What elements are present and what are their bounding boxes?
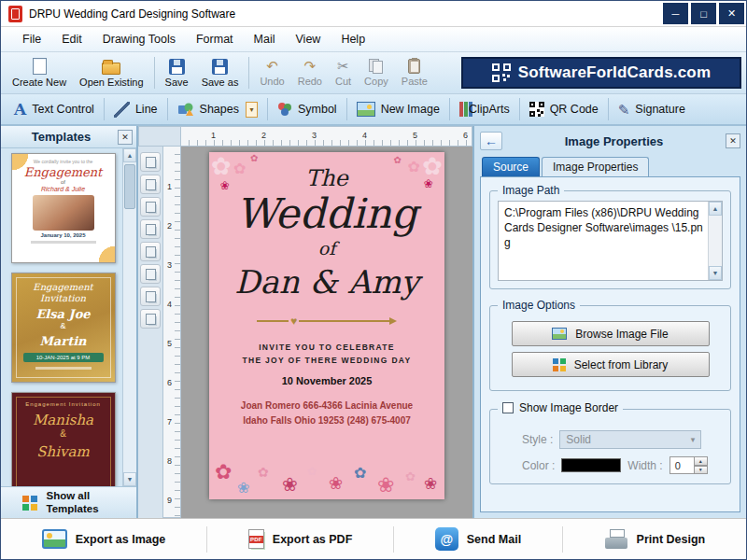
tab-image-properties[interactable]: Image Properties — [542, 157, 649, 176]
signature-button[interactable]: ✎ Signature — [611, 99, 693, 120]
undo-button[interactable]: ↶ Undo — [253, 57, 290, 89]
export-as-image-button[interactable]: Export as Image — [35, 524, 174, 554]
card-text-names[interactable]: Dan & Amy — [209, 266, 444, 298]
pdf-icon: PDF — [248, 529, 264, 549]
undo-icon: ↶ — [266, 59, 278, 74]
redo-button[interactable]: ↷ Redo — [291, 57, 329, 89]
create-new-button[interactable]: Create New — [6, 56, 73, 90]
scroll-up-button[interactable]: ▲ — [123, 148, 136, 162]
scroll-down-button[interactable]: ▼ — [123, 472, 136, 486]
card-text-wedding[interactable]: Wedding — [209, 193, 444, 234]
menu-file[interactable]: File — [12, 29, 51, 49]
brand-banner[interactable]: SoftwareForIdCards.com — [461, 57, 741, 89]
titlebar: DRPU Wedding Card Designing Software ─ □… — [1, 1, 746, 27]
menu-edit[interactable]: Edit — [51, 29, 92, 49]
canvas-tool-button-8[interactable] — [140, 309, 161, 329]
stepper-down-button[interactable]: ▼ — [695, 466, 708, 475]
show-image-border-label: Show Image Border — [519, 401, 618, 414]
scroll-track[interactable] — [709, 216, 722, 266]
undo-label: Undo — [260, 76, 284, 87]
tab-source[interactable]: Source — [482, 157, 540, 176]
card-invite-line2[interactable]: THE JOY OF THERE WEDDING DAY — [209, 356, 444, 365]
canvas-tool-button-7[interactable] — [140, 287, 161, 306]
properties-tabs: Source Image Properties — [480, 157, 740, 176]
templates-close-button[interactable]: ✕ — [118, 130, 133, 145]
shapes-label: Shapes — [200, 103, 239, 116]
scroll-up-button[interactable]: ▲ — [709, 202, 722, 216]
design-workspace[interactable]: ✿ ✿ ❀ ✿ ✿ ✿ ❀ ✿ The Wedding of Dan & Amy — [181, 147, 472, 518]
card-address-line2: Idaho Falls Ohio 19253 (248) 675-4007 — [209, 413, 444, 428]
border-width-value[interactable]: 0 — [669, 456, 695, 474]
cliparts-button[interactable]: ClipArts — [452, 98, 517, 120]
border-color-swatch[interactable] — [561, 458, 621, 472]
template-thumbnail-2[interactable]: Engagement Invitation Elsa Joe & Martin … — [11, 273, 116, 383]
ruler-number: 4 — [167, 300, 172, 309]
symbol-button[interactable]: Symbol — [270, 98, 345, 120]
line-button[interactable]: Line — [106, 98, 165, 121]
select-from-library-button[interactable]: Select from Library — [512, 352, 710, 377]
arrow-line — [299, 320, 389, 322]
export-as-pdf-button[interactable]: PDF Export as PDF — [241, 524, 359, 554]
border-style-dropdown[interactable]: Solid ▾ — [559, 430, 701, 449]
scroll-thumb[interactable] — [124, 164, 135, 209]
canvas-tool-button-3[interactable] — [140, 197, 161, 217]
card-date[interactable]: 10 November 2025 — [209, 375, 444, 386]
text-icon: A — [14, 102, 26, 118]
send-mail-button[interactable]: @ Send Mail — [428, 522, 529, 556]
text-control-label: Text Control — [32, 103, 94, 116]
copy-button[interactable]: Copy — [358, 57, 395, 89]
template-thumbnail-1[interactable]: We cordially invite you to the Engagemen… — [11, 153, 116, 263]
canvas-tool-button-5[interactable] — [140, 242, 161, 261]
canvas-tool-button-6[interactable] — [140, 264, 161, 284]
cliparts-label: ClipArts — [469, 103, 510, 116]
card-address[interactable]: Joan Romero 666-4366 Lacinia Avenue Idah… — [209, 399, 444, 428]
paste-button[interactable]: Paste — [395, 57, 434, 89]
minimize-button[interactable]: ─ — [663, 3, 688, 24]
canvas-tool-strip — [138, 147, 162, 518]
line-icon — [114, 102, 130, 118]
cut-button[interactable]: ✂ Cut — [329, 57, 358, 89]
qr-code-label: QR Code — [550, 103, 599, 116]
save-button[interactable]: Save — [159, 57, 195, 90]
border-width-stepper[interactable]: 0 ▲ ▼ — [669, 456, 708, 474]
gold-arrow-divider[interactable]: ♥ — [257, 315, 397, 328]
menu-drawing-tools[interactable]: Drawing Tools — [92, 29, 186, 49]
path-scrollbar[interactable]: ▲ ▼ — [708, 202, 722, 280]
qr-code-button[interactable]: QR Code — [522, 98, 606, 120]
scroll-track[interactable] — [123, 162, 136, 472]
canvas-tool-button-1[interactable] — [140, 152, 161, 172]
maximize-button[interactable]: □ — [691, 3, 716, 24]
stepper-up-button[interactable]: ▲ — [695, 456, 708, 466]
card-invite-line1[interactable]: INVITE YOU TO CELEBRATE — [209, 343, 444, 352]
templates-scrollbar[interactable]: ▲ ▼ — [122, 148, 136, 486]
flower-icon: ❀ — [424, 476, 437, 492]
wedding-card-design[interactable]: ✿ ✿ ❀ ✿ ✿ ✿ ❀ ✿ The Wedding of Dan & Amy — [209, 152, 444, 499]
properties-close-button[interactable]: ✕ — [726, 133, 740, 148]
window-controls: ─ □ ✕ — [660, 1, 746, 26]
close-button[interactable]: ✕ — [719, 3, 744, 24]
card-text-of[interactable]: of — [209, 238, 444, 259]
browse-image-file-button[interactable]: Browse Image File — [512, 321, 710, 346]
text-control-button[interactable]: A Text Control — [7, 98, 102, 121]
back-button[interactable]: ← — [480, 132, 502, 150]
menu-mail[interactable]: Mail — [244, 29, 286, 49]
canvas-tool-button-2[interactable] — [140, 175, 161, 194]
menu-help[interactable]: Help — [331, 29, 375, 49]
print-design-button[interactable]: Print Design — [597, 524, 713, 554]
style-row: Style : Solid ▾ — [522, 430, 723, 449]
scroll-down-button[interactable]: ▼ — [709, 266, 722, 280]
canvas-tool-button-4[interactable] — [140, 219, 161, 239]
menu-format[interactable]: Format — [186, 29, 244, 49]
open-existing-button[interactable]: Open Existing — [73, 56, 149, 90]
menu-view[interactable]: View — [286, 29, 331, 49]
save-as-button[interactable]: Save as — [195, 57, 246, 90]
shapes-dropdown-button[interactable]: ▾ — [246, 102, 258, 118]
show-image-border-checkbox[interactable] — [502, 402, 514, 413]
new-image-button[interactable]: New Image — [349, 98, 447, 120]
browse-image-label: Browse Image File — [575, 328, 668, 341]
library-grid-icon — [553, 358, 558, 364]
show-all-templates-button[interactable]: Show all Templates — [1, 486, 136, 518]
template-thumbnail-3[interactable]: Engagement Invitation Manisha & Shivam — [11, 392, 116, 486]
shapes-button[interactable]: Shapes ▾ — [170, 98, 265, 121]
card-text-the[interactable]: The — [209, 165, 444, 191]
